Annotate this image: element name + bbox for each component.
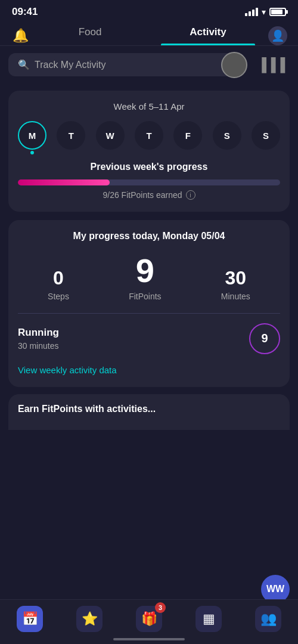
- bell-icon: 🔔: [13, 28, 29, 44]
- today-title: My progress today, Monday 05/04: [18, 231, 280, 242]
- avatar: 👤: [268, 26, 287, 45]
- activity-row: Running 30 minutes 9: [18, 323, 280, 354]
- search-bar[interactable]: 🔍 Track My Activity: [8, 53, 234, 76]
- profile-button[interactable]: 👤: [267, 26, 288, 45]
- star-icon: ⭐: [82, 611, 98, 627]
- notification-button[interactable]: 🔔: [10, 28, 31, 44]
- log-icon: ▦: [203, 611, 215, 627]
- home-indicator: [113, 638, 185, 640]
- search-icon: 🔍: [18, 59, 30, 70]
- partial-card: Earn FitPoints with activities...: [8, 394, 290, 430]
- stats-row: 0 Steps 9 FitPoints 30 Minutes: [18, 252, 280, 301]
- info-icon[interactable]: i: [186, 190, 195, 200]
- steps-label: Steps: [48, 292, 69, 301]
- stat-fitpoints: 9 FitPoints: [129, 252, 161, 301]
- calendar-icon-wrap: 📅: [17, 606, 43, 632]
- bottom-nav: 📅 ⭐ 🎁 3 ▦ 👥: [0, 599, 298, 644]
- progress-label: Previous week's progress: [18, 162, 280, 172]
- stat-minutes: 30 Minutes: [221, 268, 250, 301]
- partial-text: Earn FitPoints with activities...: [18, 404, 280, 414]
- status-time: 09:41: [12, 6, 38, 18]
- minutes-value: 30: [221, 268, 250, 289]
- activity-name: Running: [18, 327, 59, 339]
- search-input[interactable]: Track My Activity: [35, 60, 225, 70]
- day-saturday[interactable]: S: [213, 121, 241, 150]
- nav-calendar[interactable]: 📅: [17, 606, 43, 632]
- tab-activity[interactable]: Activity: [149, 26, 267, 45]
- wifi-icon: ▾: [262, 7, 266, 17]
- progress-bar-fill: [18, 179, 110, 185]
- tab-food[interactable]: Food: [31, 26, 149, 45]
- progress-info: 9/26 FitPoints earned i: [18, 190, 280, 200]
- week-title: Week of 5–11 Apr: [18, 101, 280, 112]
- days-row: M T W T F S S: [18, 121, 280, 150]
- community-icon-wrap: 👥: [255, 606, 281, 632]
- day-thursday[interactable]: T: [135, 121, 163, 150]
- day-sunday[interactable]: S: [252, 121, 280, 150]
- battery-icon: [269, 8, 286, 16]
- tab-bar: 🔔 Food Activity 👤: [0, 21, 298, 46]
- minutes-label: Minutes: [221, 292, 250, 301]
- stat-steps: 0 Steps: [48, 268, 69, 301]
- day-monday[interactable]: M: [18, 121, 46, 150]
- progress-section: Previous week's progress 9/26 FitPoints …: [18, 162, 280, 200]
- calendar-icon: 📅: [22, 611, 38, 627]
- status-icons: ▾: [245, 7, 286, 17]
- divider: [18, 313, 280, 314]
- signal-icon: [245, 8, 258, 16]
- day-friday[interactable]: F: [173, 121, 202, 150]
- view-weekly-link[interactable]: View weekly activity data: [18, 365, 280, 375]
- week-card: Week of 5–11 Apr M T W T F S S Previous …: [8, 91, 290, 212]
- barcode-icon[interactable]: ▌▌▌: [262, 57, 290, 73]
- day-wednesday[interactable]: W: [96, 121, 125, 150]
- today-card: My progress today, Monday 05/04 0 Steps …: [8, 220, 290, 387]
- activity-fitpoints-circle: 9: [249, 323, 280, 354]
- nav-community[interactable]: 👥: [255, 606, 281, 632]
- activity-info: Running 30 minutes: [18, 327, 59, 351]
- fitpoints-label: FitPoints: [129, 292, 161, 301]
- tabs: Food Activity: [31, 26, 267, 45]
- nav-rewards[interactable]: 🎁 3: [136, 606, 162, 632]
- rewards-badge: 3: [155, 602, 166, 613]
- rewards-icon-wrap: 🎁 3: [136, 606, 162, 632]
- nav-log[interactable]: ▦: [195, 606, 222, 632]
- status-bar: 09:41 ▾: [0, 0, 298, 21]
- activity-duration: 30 minutes: [18, 341, 59, 351]
- fitpoints-value: 9: [129, 252, 161, 289]
- steps-value: 0: [48, 268, 69, 289]
- nav-favorites[interactable]: ⭐: [76, 606, 103, 632]
- voice-button[interactable]: [221, 52, 247, 78]
- favorites-icon-wrap: ⭐: [76, 606, 103, 632]
- log-icon-wrap: ▦: [195, 606, 222, 632]
- search-container: 🔍 Track My Activity ▌▌▌: [0, 46, 298, 83]
- community-icon: 👥: [260, 611, 277, 627]
- main-content: Week of 5–11 Apr M T W T F S S Previous …: [0, 83, 298, 394]
- day-tuesday[interactable]: T: [57, 121, 85, 150]
- progress-bar-container: [18, 179, 280, 185]
- gift-icon: 🎁: [141, 611, 157, 627]
